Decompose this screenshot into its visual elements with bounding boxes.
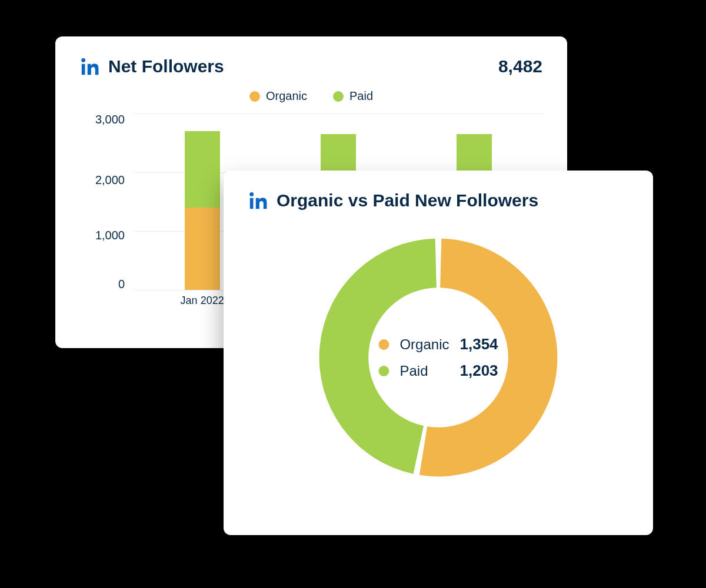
legend-swatch-organic [249, 91, 260, 102]
linkedin-icon [248, 191, 268, 211]
bar-segment-organic [185, 208, 220, 290]
legend-swatch-paid [333, 91, 344, 102]
svg-point-3 [249, 192, 254, 196]
svg-point-1 [81, 58, 85, 62]
y-tick: 3,000 [80, 113, 125, 125]
bar-column [185, 113, 220, 290]
legend-label-organic: Organic [266, 89, 307, 103]
x-tick: Jan 2022 [173, 295, 232, 313]
organic-vs-paid-card: Organic vs Paid New Followers Organic 1,… [224, 171, 653, 535]
legend-swatch-paid [378, 366, 389, 376]
legend-value-organic: 1,354 [459, 335, 498, 353]
card-title: Organic vs Paid New Followers [277, 191, 538, 211]
card-title: Net Followers [108, 56, 224, 76]
legend-label-paid: Paid [349, 89, 373, 103]
y-axis: 3,000 2,000 1,000 0 [80, 113, 125, 290]
svg-rect-2 [250, 198, 254, 209]
legend-label-organic: Organic [399, 336, 449, 353]
net-followers-total: 8,482 [498, 56, 542, 76]
donut-legend: Organic 1,354 Paid 1,203 [378, 335, 498, 380]
bar-segment-paid [185, 131, 220, 208]
card-header: Net Followers 8,482 [80, 56, 542, 76]
donut-chart: Organic 1,354 Paid 1,203 [309, 228, 568, 487]
y-tick: 1,000 [80, 229, 125, 241]
card-header: Organic vs Paid New Followers [248, 191, 628, 211]
legend-value-paid: 1,203 [459, 362, 498, 380]
legend-label-paid: Paid [399, 363, 449, 379]
legend-item-organic: Organic [249, 89, 307, 103]
svg-rect-0 [82, 64, 85, 75]
y-tick: 2,000 [80, 174, 125, 186]
y-tick: 0 [80, 278, 125, 290]
legend-swatch-organic [378, 339, 389, 350]
linkedin-icon [80, 56, 100, 76]
bar-legend: Organic Paid [80, 89, 542, 103]
legend-item-paid: Paid [333, 89, 373, 103]
